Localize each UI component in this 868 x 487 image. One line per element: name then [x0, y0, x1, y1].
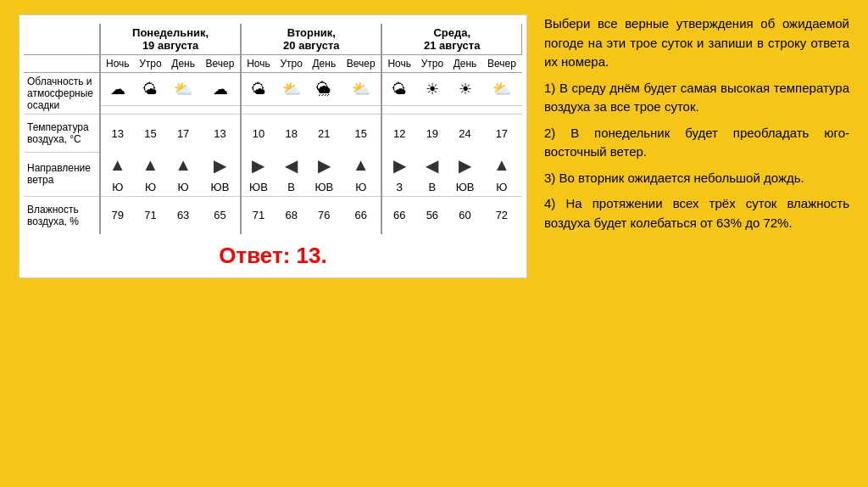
- wind-arr-1-2: ▲: [135, 153, 167, 178]
- wd-2-2: В: [275, 178, 308, 197]
- wind-arr-1-4: ▶: [200, 153, 241, 178]
- hum-3-2: 56: [416, 196, 448, 234]
- temp-3-3: 24: [448, 115, 481, 153]
- left-panel: Понедельник, 19 августа Вторник, 20 авгу…: [19, 14, 527, 278]
- cloud-2-2: ⛅: [275, 73, 308, 106]
- day-date-3: 21 августа: [424, 39, 480, 52]
- wd-3-1: З: [381, 178, 416, 197]
- cloud-1-1: ☁: [100, 73, 135, 106]
- right-item-2: 2) В понедельник будет преобладать юго-в…: [544, 124, 849, 162]
- day-name-1: Понедельник,: [132, 26, 209, 39]
- times-empty: [24, 55, 100, 73]
- hum-1-4: 65: [200, 196, 241, 234]
- time-1-2: Утро: [135, 55, 167, 73]
- hum-2-1: 71: [241, 196, 275, 234]
- day-header-3: Среда, 21 августа: [381, 24, 521, 55]
- wind-arr-1-1: ▲: [100, 153, 135, 178]
- cloud-1-4: ☁: [200, 73, 241, 106]
- time-3-2: Утро: [416, 55, 448, 73]
- hum-3-4: 72: [481, 196, 521, 234]
- empty-cell: [24, 24, 100, 55]
- wd-1-3: Ю: [166, 178, 199, 197]
- time-2-4: Вечер: [341, 55, 381, 73]
- wind-arr-3-3: ▶: [448, 153, 481, 178]
- temp-2-1: 10: [241, 115, 275, 153]
- answer-label: Ответ: 13.: [219, 243, 326, 268]
- temp-1-4: 13: [200, 115, 241, 153]
- hum-2-2: 68: [275, 196, 308, 234]
- humidity-row: Влажность воздуха, % 79 71 63 65 71 68 7…: [24, 196, 522, 234]
- hum-1-3: 63: [166, 196, 199, 234]
- right-main-text: Выбери все верные утверждения об ожидаем…: [544, 14, 849, 72]
- cloud-1-2: 🌤: [135, 73, 167, 106]
- temp-label: Температура воздуха, °С: [24, 115, 100, 153]
- day-header-2: Вторник, 20 августа: [241, 24, 381, 55]
- hum-1-2: 71: [135, 196, 167, 234]
- time-3-1: Ночь: [381, 55, 416, 73]
- temp-1-3: 17: [166, 115, 199, 153]
- wd-2-1: ЮВ: [241, 178, 275, 197]
- temp-2-4: 15: [341, 115, 381, 153]
- time-1-3: День: [166, 55, 199, 73]
- temp-1-2: 15: [135, 115, 167, 153]
- hum-3-3: 60: [448, 196, 481, 234]
- wd-1-4: ЮВ: [200, 178, 241, 197]
- clouds-label: Облачность и атмосферные осадки: [24, 73, 100, 115]
- time-1-1: Ночь: [100, 55, 135, 73]
- day-date-2: 20 августа: [283, 39, 339, 52]
- cloud-1-3: ⛅: [166, 73, 199, 106]
- answer-row: Ответ: 13.: [24, 243, 522, 269]
- wind-arr-2-2: ◀: [275, 153, 308, 178]
- temp-2-2: 18: [275, 115, 308, 153]
- right-item-4: 4) На протяжении всех трёх суток влажнос…: [544, 194, 849, 232]
- wind-arr-2-4: ▲: [341, 153, 381, 178]
- wind-label: Направление ветра: [24, 153, 100, 197]
- wd-1-2: Ю: [135, 178, 167, 197]
- right-item-3: 3) Во вторник ожидается небольшой дождь.: [544, 169, 849, 188]
- cloud-3-1: 🌤: [381, 73, 416, 106]
- cloud-3-2: ☀: [416, 73, 448, 106]
- day-date-1: 19 августа: [142, 39, 198, 52]
- right-panel: Выбери все верные утверждения об ожидаем…: [544, 14, 849, 239]
- day-name-2: Вторник,: [287, 26, 336, 39]
- main-container: Понедельник, 19 августа Вторник, 20 авгу…: [19, 14, 849, 473]
- hum-1-1: 79: [100, 196, 135, 234]
- time-1-4: Вечер: [200, 55, 241, 73]
- wind-arrow-row: Направление ветра ▲ ▲ ▲ ▶ ▶ ◀ ▶ ▲ ▶ ◀ ▶ …: [24, 153, 522, 178]
- temp-row: Температура воздуха, °С 13 15 17 13 10 1…: [24, 115, 522, 153]
- humidity-label: Влажность воздуха, %: [24, 196, 100, 234]
- time-2-3: День: [308, 55, 341, 73]
- wd-2-3: ЮВ: [308, 178, 341, 197]
- right-item-1: 1) В среду днём будет самая высокая темп…: [544, 79, 849, 117]
- wd-1-1: Ю: [100, 178, 135, 197]
- cloud-2-4: ⛅: [341, 73, 381, 106]
- wind-arr-2-3: ▶: [308, 153, 341, 178]
- time-3-4: Вечер: [481, 55, 521, 73]
- hum-2-3: 76: [308, 196, 341, 234]
- temp-3-4: 17: [481, 115, 521, 153]
- day-header-1: Понедельник, 19 августа: [100, 24, 241, 55]
- wd-3-2: В: [416, 178, 448, 197]
- cloud-2-3: 🌦: [308, 73, 341, 106]
- wind-arr-3-4: ▲: [481, 153, 521, 178]
- hum-3-1: 66: [381, 196, 416, 234]
- table-wrapper: Понедельник, 19 августа Вторник, 20 авгу…: [24, 24, 522, 234]
- wind-arr-1-3: ▲: [166, 153, 199, 178]
- temp-3-2: 19: [416, 115, 448, 153]
- time-2-2: Утро: [275, 55, 308, 73]
- day-name-3: Среда,: [433, 26, 470, 39]
- wind-arr-3-2: ◀: [416, 153, 448, 178]
- time-2-1: Ночь: [241, 55, 275, 73]
- temp-2-3: 21: [308, 115, 341, 153]
- cloud-2-1: 🌤: [241, 73, 275, 106]
- cloud-3-3: ☀: [448, 73, 481, 106]
- wind-arr-2-1: ▶: [241, 153, 275, 178]
- wd-2-4: Ю: [341, 178, 381, 197]
- hum-2-4: 66: [341, 196, 381, 234]
- cloud-3-4: ⛅: [481, 73, 521, 106]
- wd-3-3: ЮВ: [448, 178, 481, 197]
- weather-table: Понедельник, 19 августа Вторник, 20 авгу…: [24, 24, 522, 234]
- temp-3-1: 12: [381, 115, 416, 153]
- time-3-3: День: [448, 55, 481, 73]
- clouds-row: Облачность и атмосферные осадки ☁ 🌤 ⛅ ☁ …: [24, 73, 522, 106]
